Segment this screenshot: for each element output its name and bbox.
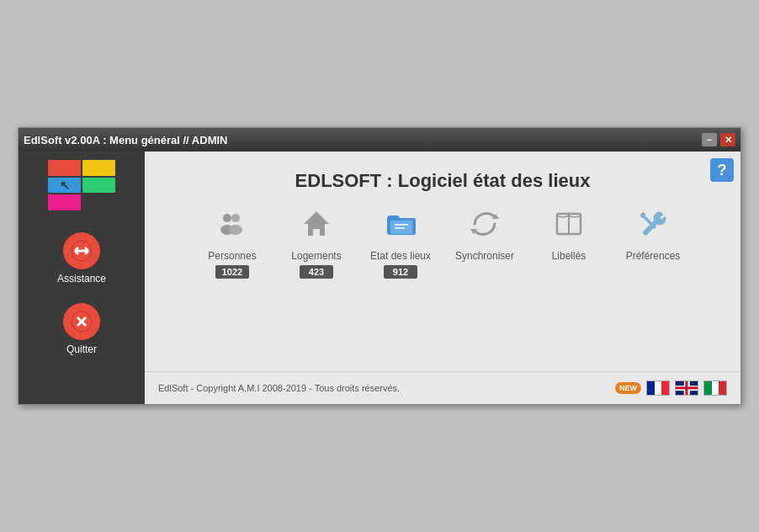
menu-item-preferences[interactable]: Préférences [619, 207, 687, 279]
logo-pink [48, 194, 81, 210]
svg-rect-11 [390, 221, 412, 234]
flag-uk[interactable] [675, 380, 698, 396]
svg-point-6 [231, 214, 240, 222]
flag-fr-stripe3 [661, 381, 669, 395]
svg-marker-8 [304, 211, 329, 224]
libelles-label: Libellés [552, 250, 586, 262]
etat-label: Etat des lieux [370, 250, 431, 262]
house-icon [300, 207, 333, 245]
personnes-badge: 1022 [215, 265, 249, 279]
minimize-button[interactable]: − [702, 133, 717, 146]
flag-it-stripe3 [719, 381, 726, 395]
book-icon [552, 207, 586, 245]
flag-it-stripe2 [712, 381, 719, 395]
window-title: EdlSoft v2.00A : Menu général // ADMIN [24, 134, 227, 146]
footer-flags: NEW [615, 380, 727, 396]
logo-yellow [82, 160, 115, 176]
menu-item-etat[interactable]: Etat des lieux 912 [367, 207, 434, 279]
wrench-icon [636, 207, 670, 245]
menu-item-logements[interactable]: Logements 423 [283, 207, 350, 279]
uk-vr [685, 381, 687, 395]
new-badge: NEW [615, 382, 641, 394]
assistance-svg [70, 239, 93, 263]
assistance-button[interactable]: Assistance [19, 227, 145, 290]
etat-badge: 912 [384, 265, 417, 279]
title-bar: EdlSoft v2.00A : Menu général // ADMIN −… [19, 128, 740, 152]
assistance-icon [63, 232, 100, 269]
logo-green [82, 178, 115, 194]
close-button[interactable]: ✕ [720, 133, 735, 146]
quit-button[interactable]: Quitter [19, 298, 145, 360]
logements-label: Logements [291, 250, 341, 262]
menu-item-synchroniser[interactable]: Synchroniser [451, 207, 518, 279]
menu-item-libelles[interactable]: Libellés [535, 207, 602, 279]
svg-line-19 [643, 215, 655, 227]
logements-badge: 423 [300, 265, 333, 279]
personnes-label: Personnes [208, 250, 256, 262]
persons-icon [215, 207, 249, 245]
menu-icons-row: Personnes 1022 Logements 423 [145, 207, 740, 279]
quit-svg [70, 310, 93, 333]
preferences-label: Préférences [626, 250, 681, 262]
main-title: EDLSOFT : Logiciel état des lieux [145, 152, 740, 207]
logo-cursor: ↖ [60, 178, 70, 192]
window-body: ↖ Assistance [19, 152, 740, 404]
logo-red [48, 160, 81, 176]
sidebar: ↖ Assistance [19, 152, 145, 404]
flag-french[interactable] [646, 380, 670, 396]
menu-item-personnes[interactable]: Personnes 1022 [199, 207, 266, 279]
svg-point-7 [229, 225, 242, 235]
flag-italian[interactable] [703, 380, 727, 396]
footer: EdlSoft - Copyright A.M.I 2008-2019 - To… [145, 371, 740, 404]
synchroniser-label: Synchroniser [455, 250, 514, 262]
folder-icon [384, 207, 417, 245]
svg-point-4 [223, 214, 231, 222]
help-button[interactable]: ? [710, 158, 734, 182]
quit-label: Quitter [66, 343, 97, 355]
logo-blue: ↖ [48, 178, 81, 194]
main-window: EdlSoft v2.00A : Menu général // ADMIN −… [18, 127, 741, 405]
assistance-label: Assistance [57, 273, 106, 285]
sync-icon [468, 207, 502, 245]
quit-icon [63, 303, 100, 340]
flag-fr-stripe2 [655, 381, 662, 395]
flag-it-stripe1 [704, 381, 712, 395]
logo: ↖ [48, 160, 115, 210]
title-bar-buttons: − ✕ [702, 133, 735, 146]
flag-fr-stripe1 [647, 381, 655, 395]
footer-copyright: EdlSoft - Copyright A.M.I 2008-2019 - To… [158, 383, 400, 393]
main-content: ? EDLSOFT : Logiciel état des lieux [145, 152, 740, 404]
svg-rect-10 [313, 229, 320, 236]
